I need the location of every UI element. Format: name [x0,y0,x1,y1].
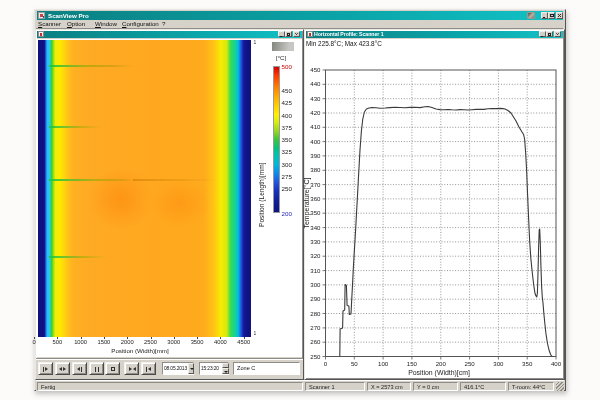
svg-text:440: 440 [310,80,321,87]
svg-text:410: 410 [310,123,321,130]
svg-text:350: 350 [522,360,533,367]
svg-text:380: 380 [310,166,321,173]
svg-text:280: 280 [310,310,321,317]
svg-text:310: 310 [310,267,321,274]
svg-text:390: 390 [310,152,321,159]
svg-text:300: 300 [310,281,321,288]
svg-text:Position (Width)[cm]: Position (Width)[cm] [408,369,470,377]
svg-text:0: 0 [324,360,328,367]
svg-text:260: 260 [310,338,321,345]
svg-text:270: 270 [310,324,321,331]
svg-text:400: 400 [551,360,562,367]
svg-text:150: 150 [407,360,418,367]
svg-text:400: 400 [310,138,321,145]
svg-text:300: 300 [493,360,504,367]
svg-text:Temperature[°C]: Temperature[°C] [303,177,311,228]
svg-text:250: 250 [465,360,476,367]
svg-text:430: 430 [310,95,321,102]
svg-text:200: 200 [436,360,447,367]
svg-text:450: 450 [310,66,321,73]
svg-text:100: 100 [378,360,389,367]
svg-text:250: 250 [310,353,321,360]
svg-text:290: 290 [310,295,321,302]
svg-text:50: 50 [351,360,358,367]
svg-text:330: 330 [310,238,321,245]
svg-text:420: 420 [310,109,321,116]
svg-text:320: 320 [310,252,321,259]
svg-text:340: 340 [310,224,321,231]
svg-text:370: 370 [310,181,321,188]
svg-text:350: 350 [310,209,321,216]
svg-text:360: 360 [310,195,321,202]
